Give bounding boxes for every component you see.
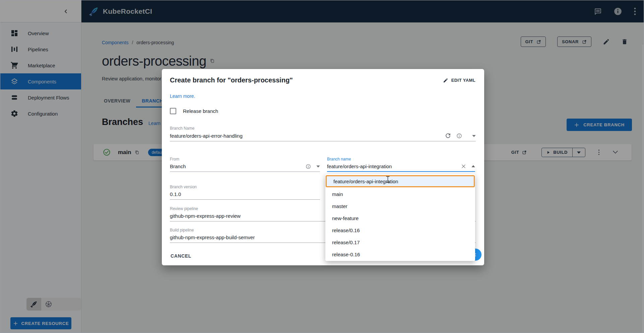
dropdown-option[interactable]: release-0.16 [325,248,475,260]
branch-name-select-value: feature/orders-api-integration [327,163,392,169]
dialog-title-row: Create branch for "orders-processing" ED… [170,76,477,84]
branch-name-caret-button[interactable] [472,135,476,137]
caret-down-icon [472,135,476,137]
create-branch-dialog: Create branch for "orders-processing" ED… [162,69,484,265]
dropdown-option[interactable]: main [325,188,475,200]
info-outline-icon [456,133,462,139]
dialog-title: Create branch for "orders-processing" [170,76,293,84]
release-branch-checkbox[interactable] [170,108,176,114]
branch-name-input[interactable]: feature/orders-api-error-handling [170,133,476,141]
caret-down-icon [316,165,320,168]
dialog-learn-more-link[interactable]: Learn more. [170,93,195,99]
branch-name-field-label: Branch Name [170,126,476,131]
edit-yaml-label: EDIT YAML [451,78,475,83]
branch-name-field: Branch Name feature/orders-api-error-han… [170,126,476,141]
ibeam-cursor [386,176,390,183]
dropdown-option[interactable]: release/0.16 [325,224,475,236]
edit-yaml-button[interactable]: EDIT YAML [441,77,477,83]
branch-version-value: 0.1.0 [170,191,181,197]
branch-name-select-input[interactable]: feature/orders-api-integration [327,163,475,172]
branch-name-select-label: Branch name [327,157,475,161]
clear-selection-button[interactable] [461,164,466,169]
clear-x-icon [461,164,466,169]
branch-options-dropdown: feature/orders-api-integration main mast… [325,174,475,261]
branch-version-label: Branch version [170,185,320,189]
review-pipeline-value: github-npm-express-app-review [170,213,241,219]
info-outline-icon [306,164,311,169]
dropdown-option[interactable]: master [325,200,475,212]
from-field-label: From [170,157,320,161]
release-branch-row[interactable]: Release branch [170,108,218,114]
branch-name-select-field: Branch name feature/orders-api-integrati… [327,157,475,172]
from-select[interactable]: Branch [170,163,320,172]
branch-version-input[interactable]: 0.1.0 [170,191,320,200]
from-value: Branch [170,163,186,169]
cancel-button[interactable]: CANCEL [168,251,194,261]
from-field: From Branch [170,157,320,172]
dropdown-option[interactable]: release/0.17 [325,236,475,248]
branch-name-value: feature/orders-api-error-handling [170,133,243,139]
build-pipeline-value: github-npm-express-app-build-semver [170,235,255,240]
app-window: Overview Pipelines Marketplace Component… [0,0,644,333]
pencil-icon [443,78,448,83]
caret-up-icon [471,165,475,168]
collapse-options-button[interactable] [471,165,475,168]
release-branch-label: Release branch [183,108,218,114]
dropdown-option[interactable]: feature/orders-api-integration [326,175,475,187]
dropdown-option[interactable]: new-feature [325,212,475,224]
refresh-icon [445,133,451,139]
regenerate-button[interactable] [445,133,451,139]
branch-version-field: Branch version 0.1.0 [170,185,320,200]
